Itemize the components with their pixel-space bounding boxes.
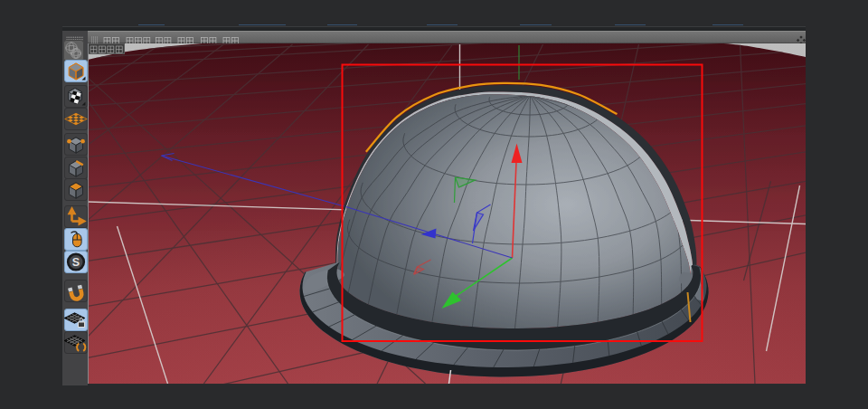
- svg-text:S: S: [71, 256, 79, 269]
